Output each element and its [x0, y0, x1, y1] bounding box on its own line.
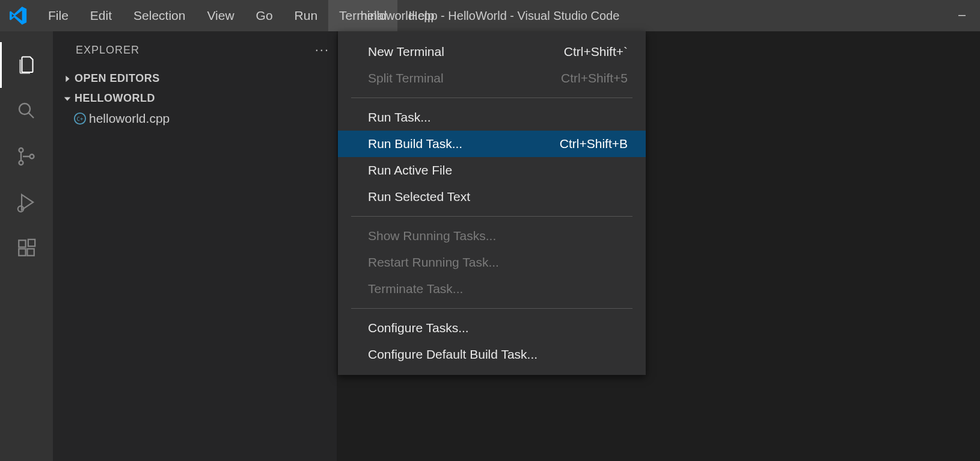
- svg-rect-9: [19, 249, 25, 255]
- menu-edit[interactable]: Edit: [79, 0, 123, 31]
- menu-run[interactable]: Run: [284, 0, 329, 31]
- menu-run-build-task[interactable]: Run Build Task... Ctrl+Shift+B: [338, 131, 646, 157]
- menu-terminate-task: Terminate Task...: [338, 276, 646, 302]
- menu-show-running-tasks: Show Running Tasks...: [338, 223, 646, 249]
- chevron-down-icon: [60, 94, 75, 103]
- menu-split-terminal: Split Terminal Ctrl+Shift+5: [338, 65, 646, 91]
- svg-point-1: [19, 104, 30, 114]
- menu-separator: [351, 216, 632, 217]
- menu-view[interactable]: View: [196, 0, 245, 31]
- svg-text:C+: C+: [76, 116, 84, 122]
- explorer-icon[interactable]: [0, 42, 53, 88]
- extensions-icon[interactable]: [0, 225, 53, 271]
- svg-line-2: [29, 113, 34, 118]
- minimize-icon[interactable]: [944, 0, 980, 31]
- menu-file[interactable]: File: [37, 0, 79, 31]
- svg-point-3: [19, 148, 23, 152]
- menu-selection[interactable]: Selection: [123, 0, 196, 31]
- file-name: helloworld.cpp: [89, 111, 170, 126]
- search-icon[interactable]: [0, 88, 53, 134]
- menu-run-task[interactable]: Run Task...: [338, 104, 646, 131]
- vscode-logo-icon: [0, 7, 37, 25]
- svg-point-4: [19, 161, 23, 165]
- title-bar: File Edit Selection View Go Run Terminal…: [0, 0, 980, 31]
- menu-restart-running-task: Restart Running Task...: [338, 249, 646, 276]
- terminal-dropdown: New Terminal Ctrl+Shift+` Split Terminal…: [338, 31, 646, 375]
- svg-rect-0: [958, 15, 966, 16]
- activity-bar: [0, 31, 53, 461]
- cpp-file-icon: C+: [71, 112, 89, 125]
- menu-run-active-file[interactable]: Run Active File: [338, 157, 646, 184]
- menu-configure-tasks[interactable]: Configure Tasks...: [338, 315, 646, 341]
- file-item[interactable]: C+ helloworld.cpp: [53, 108, 337, 129]
- open-editors-section[interactable]: OPEN EDITORS: [53, 69, 337, 88]
- svg-rect-10: [27, 249, 34, 255]
- menu-separator: [351, 308, 632, 309]
- chevron-right-icon: [60, 75, 75, 83]
- svg-point-5: [30, 155, 34, 159]
- svg-rect-8: [19, 240, 25, 247]
- menu-configure-default-build-task[interactable]: Configure Default Build Task...: [338, 341, 646, 368]
- source-control-icon[interactable]: [0, 134, 53, 179]
- more-actions-icon[interactable]: ···: [315, 42, 337, 58]
- workspace-section[interactable]: HELLOWORLD: [53, 88, 337, 108]
- window-title: helloworld.cpp - HelloWorld - Visual Stu…: [361, 9, 620, 23]
- menu-run-selected-text[interactable]: Run Selected Text: [338, 184, 646, 210]
- svg-rect-11: [28, 240, 35, 246]
- explorer-sidebar: EXPLORER ··· OPEN EDITORS HELLOWORLD C+ …: [53, 31, 337, 461]
- menu-new-terminal[interactable]: New Terminal Ctrl+Shift+`: [338, 39, 646, 65]
- menu-separator: [351, 97, 632, 98]
- run-debug-icon[interactable]: [0, 179, 53, 225]
- open-editors-label: OPEN EDITORS: [75, 72, 160, 85]
- workspace-label: HELLOWORLD: [75, 92, 155, 105]
- explorer-title: EXPLORER: [76, 44, 139, 57]
- menu-go[interactable]: Go: [245, 0, 284, 31]
